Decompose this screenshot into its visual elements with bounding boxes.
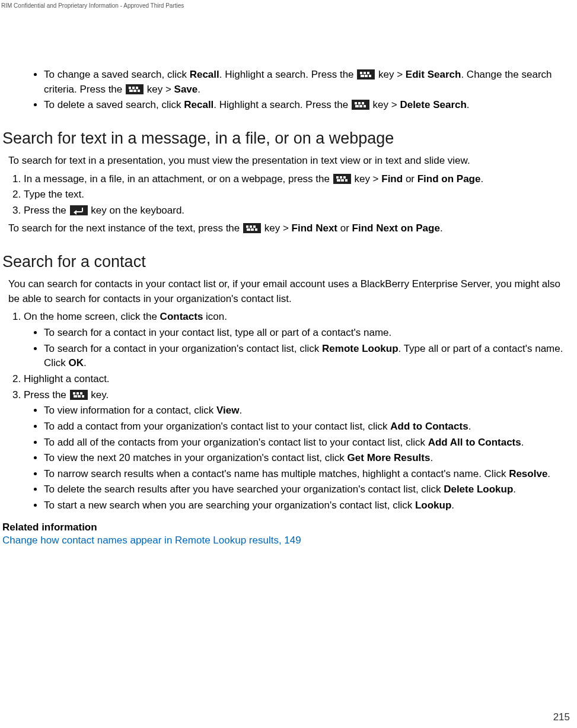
enter-key-icon (70, 205, 88, 215)
list-item: To delete a saved search, click Recall. … (44, 98, 575, 113)
step-item: Highlight a contact. (24, 372, 575, 387)
menu-key-icon (357, 69, 375, 80)
bold-run: Lookup (415, 500, 451, 511)
list-item: To delete the search results after you h… (44, 482, 575, 497)
text-run: . (84, 357, 87, 368)
list-item: To add all of the contacts from your org… (44, 435, 575, 450)
bold-run: Delete Lookup (444, 484, 513, 495)
bold-run: Edit Search (406, 69, 461, 80)
menu-key-icon (70, 390, 88, 400)
text-run: . Highlight a search. Press the (213, 99, 351, 110)
section-heading-search-contact: Search for a contact (2, 253, 575, 271)
sub-bullet-list: To search for a contact in your contact … (24, 326, 575, 371)
confidential-header: RIM Confidential and Proprietary Informa… (1, 2, 184, 9)
text-run: . (451, 500, 454, 511)
text-run: . Highlight a search. Press the (219, 69, 357, 80)
bold-run: Find on Page (417, 173, 481, 185)
text-run: . (547, 468, 550, 479)
steps-list: In a message, in a file, in an attachmen… (2, 172, 575, 218)
bold-run: Get More Results (348, 452, 431, 463)
text-run: To view information for a contact, click (44, 405, 216, 416)
text-run: key > (144, 84, 174, 95)
text-run: . (239, 405, 242, 416)
text-run: . (467, 99, 470, 110)
text-run: key on the keyboard. (88, 205, 185, 216)
bold-run: Find Next on Page (352, 222, 440, 234)
section-intro: You can search for contacts in your cont… (8, 277, 570, 306)
text-run: . (430, 452, 433, 463)
text-run: To delete the search results after you h… (44, 484, 444, 495)
menu-key-icon (126, 84, 144, 94)
list-item: To view information for a contact, click… (44, 403, 575, 418)
step-item: Press the key on the keyboard. (24, 204, 575, 218)
page-number: 215 (553, 711, 570, 723)
sub-bullet-list: To view information for a contact, click… (24, 403, 575, 513)
text-run: Press the (24, 389, 69, 400)
text-run: or (337, 222, 352, 234)
text-run: or (403, 173, 417, 185)
section-heading-search-text: Search for text in a message, in a file,… (2, 129, 575, 148)
text-run: To delete a saved search, click (44, 99, 184, 110)
text-run: To change a saved search, click (44, 69, 190, 80)
bold-run: Add All to Contacts (428, 437, 521, 448)
related-info-heading: Related information (2, 520, 575, 535)
list-item: To change a saved search, click Recall. … (44, 68, 575, 97)
list-item: To search for a contact in your contact … (44, 326, 575, 341)
text-run: Press the (24, 205, 69, 216)
main-content: To change a saved search, click Recall. … (0, 66, 577, 546)
list-item: To narrow search results when a contact'… (44, 467, 575, 482)
text-run: To start a new search when you are searc… (44, 500, 415, 511)
section-intro: To search for text in a presentation, yo… (8, 154, 570, 169)
bold-run: Add to Contacts (390, 421, 468, 432)
bold-run: Contacts (160, 311, 203, 322)
text-run: key > (375, 69, 406, 80)
bold-run: Find (381, 173, 403, 185)
text-run: key > (352, 173, 382, 185)
text-run: key > (262, 222, 292, 234)
text-run: icon. (203, 311, 227, 322)
document-page: RIM Confidential and Proprietary Informa… (0, 0, 577, 728)
menu-key-icon (333, 174, 351, 184)
text-run: To search for a contact in your organiza… (44, 343, 322, 354)
step-item: In a message, in a file, in an attachmen… (24, 172, 575, 187)
menu-key-icon (243, 223, 261, 233)
bold-run: Resolve (509, 468, 547, 479)
intro-bullet-list: To change a saved search, click Recall. … (2, 68, 575, 113)
text-run: . (521, 437, 524, 448)
bold-run: Remote Lookup (322, 343, 398, 354)
bold-run: Recall (190, 69, 219, 80)
text-run: . (197, 84, 200, 95)
bold-run: OK (69, 357, 84, 368)
text-run: key. (88, 389, 109, 400)
text-run: To add all of the contacts from your org… (44, 437, 428, 448)
text-run: key > (370, 99, 400, 110)
bold-run: Recall (184, 99, 213, 110)
list-item: To start a new search when you are searc… (44, 498, 575, 513)
bold-run: Delete Search (400, 99, 466, 110)
text-run: In a message, in a file, in an attachmen… (24, 173, 333, 185)
bold-run: View (216, 405, 239, 416)
section-outro: To search for the next instance of the t… (8, 221, 570, 236)
text-run: . (468, 421, 471, 432)
steps-list: On the home screen, click the Contacts i… (2, 310, 575, 513)
text-run: . (480, 173, 483, 185)
text-run: . (440, 222, 443, 234)
step-item: On the home screen, click the Contacts i… (24, 310, 575, 371)
bold-run: Save (174, 84, 198, 95)
text-run: To search for the next instance of the t… (8, 222, 243, 234)
list-item: To add a contact from your organization'… (44, 419, 575, 434)
list-item: To search for a contact in your organiza… (44, 342, 575, 371)
text-run: To view the next 20 matches in your orga… (44, 452, 348, 463)
bold-run: Find Next (292, 222, 337, 234)
text-run: On the home screen, click the (24, 311, 160, 322)
text-run: . (513, 484, 516, 495)
text-run: To add a contact from your organization'… (44, 421, 390, 432)
list-item: To view the next 20 matches in your orga… (44, 451, 575, 466)
step-item: Press the key. To view information for a… (24, 388, 575, 513)
text-run: To narrow search results when a contact'… (44, 468, 509, 479)
menu-key-icon (352, 100, 369, 110)
related-link[interactable]: Change how contact names appear in Remot… (2, 535, 301, 546)
step-item: Type the text. (24, 187, 575, 202)
